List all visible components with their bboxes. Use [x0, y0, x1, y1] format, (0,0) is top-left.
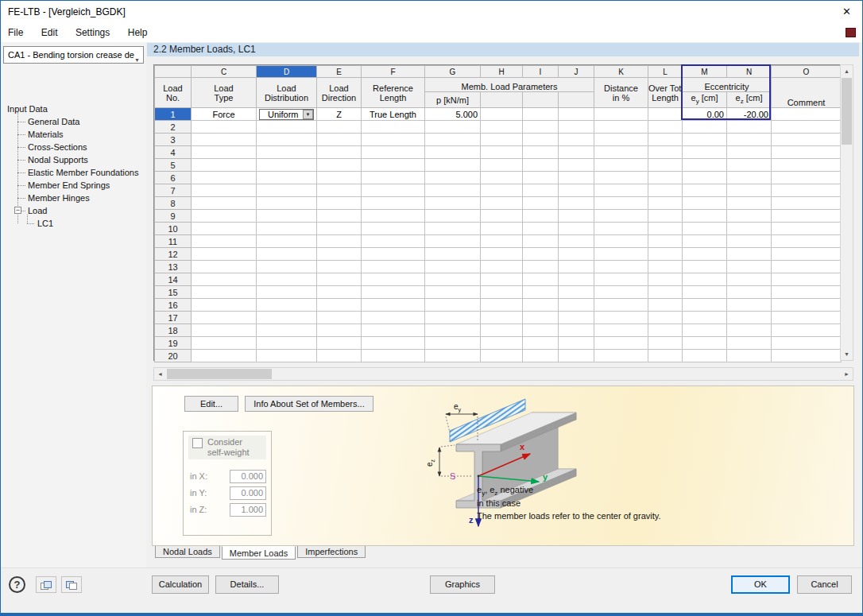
cell-H-4[interactable]	[481, 146, 523, 159]
cell-F-11[interactable]	[362, 235, 425, 248]
cell-G-9[interactable]	[425, 210, 481, 223]
row-number-7[interactable]: 7	[155, 184, 192, 197]
cell-D-20[interactable]	[257, 350, 317, 362]
cell-N-6[interactable]	[727, 172, 772, 184]
cell-L-16[interactable]	[648, 299, 683, 312]
cell-O-17[interactable]	[772, 312, 842, 324]
cell-I-11[interactable]	[523, 235, 559, 248]
header-eccentricity[interactable]: Eccentricity	[683, 78, 772, 92]
cell-J-14[interactable]	[559, 273, 594, 286]
cell-F-13[interactable]	[362, 261, 425, 273]
cell-I-17[interactable]	[523, 312, 559, 324]
cell-F-4[interactable]	[362, 146, 425, 159]
cell-E-11[interactable]	[317, 235, 362, 248]
load-distribution-combobox[interactable]: Uniform▼	[259, 109, 314, 120]
column-letter-G[interactable]: G	[425, 66, 481, 78]
cell-I-10[interactable]	[523, 223, 559, 235]
cell-M-3[interactable]	[683, 134, 727, 146]
cell-E-10[interactable]	[317, 223, 362, 235]
cell-F-5[interactable]	[362, 159, 425, 172]
cell-O-19[interactable]	[772, 337, 842, 350]
column-letter-K[interactable]: K	[594, 66, 648, 78]
row-number-13[interactable]: 13	[155, 261, 192, 273]
cell-E-1[interactable]: Z	[317, 108, 362, 121]
close-icon[interactable]: ✕	[842, 6, 851, 17]
cell-O-10[interactable]	[772, 223, 842, 235]
cell-G-14[interactable]	[425, 273, 481, 286]
cell-H-20[interactable]	[481, 350, 523, 362]
cell-G-1[interactable]: 5.000	[425, 108, 481, 121]
cell-H-6[interactable]	[481, 172, 523, 184]
cell-K-15[interactable]	[594, 286, 648, 299]
scroll-left-icon[interactable]: ◄	[154, 368, 166, 380]
cell-L-19[interactable]	[648, 337, 683, 350]
cell-H-11[interactable]	[481, 235, 523, 248]
cell-K-10[interactable]	[594, 223, 648, 235]
cell-N-2[interactable]	[727, 121, 772, 134]
cell-D-12[interactable]	[257, 248, 317, 261]
header-over-total-length[interactable]: Over TotalLength	[648, 78, 683, 108]
header-j[interactable]	[559, 92, 594, 108]
cell-F-12[interactable]	[362, 248, 425, 261]
cell-J-1[interactable]	[559, 108, 594, 121]
cell-L-8[interactable]	[648, 197, 683, 210]
details-button[interactable]: Details...	[215, 575, 279, 594]
cell-K-18[interactable]	[594, 324, 648, 337]
cell-D-15[interactable]	[257, 286, 317, 299]
header-i[interactable]	[523, 92, 559, 108]
cell-M-9[interactable]	[683, 210, 727, 223]
cell-G-7[interactable]	[425, 184, 481, 197]
row-number-9[interactable]: 9	[155, 210, 192, 223]
calculation-button[interactable]: Calculation	[152, 575, 209, 594]
tree-item-input-data[interactable]: Input Data	[1, 103, 146, 115]
cell-C-20[interactable]	[192, 350, 257, 362]
consider-self-weight-checkbox[interactable]	[192, 438, 203, 448]
cell-G-12[interactable]	[425, 248, 481, 261]
cell-H-8[interactable]	[481, 197, 523, 210]
cell-E-13[interactable]	[317, 261, 362, 273]
mdi-child-icon[interactable]	[846, 28, 856, 37]
cell-D-13[interactable]	[257, 261, 317, 273]
cell-G-13[interactable]	[425, 261, 481, 273]
cell-H-17[interactable]	[481, 312, 523, 324]
cell-I-3[interactable]	[523, 134, 559, 146]
column-letter-M[interactable]: M	[683, 66, 727, 78]
tab-imperfections[interactable]: Imperfections	[297, 546, 366, 558]
cell-J-20[interactable]	[559, 350, 594, 362]
cell-F-10[interactable]	[362, 223, 425, 235]
tree-item-nodal-supports[interactable]: Nodal Supports	[1, 153, 146, 166]
cell-H-19[interactable]	[481, 337, 523, 350]
cell-H-14[interactable]	[481, 273, 523, 286]
cell-M-1[interactable]: 0.00	[683, 108, 727, 121]
row-number-17[interactable]: 17	[155, 312, 192, 324]
cell-K-7[interactable]	[594, 184, 648, 197]
cell-J-5[interactable]	[559, 159, 594, 172]
cell-D-7[interactable]	[257, 184, 317, 197]
cell-D-11[interactable]	[257, 235, 317, 248]
cell-O-6[interactable]	[772, 172, 842, 184]
cell-I-4[interactable]	[523, 146, 559, 159]
cell-G-16[interactable]	[425, 299, 481, 312]
cell-J-18[interactable]	[559, 324, 594, 337]
header-ey[interactable]: ey [cm]	[683, 92, 727, 108]
horizontal-scroll-thumb[interactable]	[167, 369, 272, 379]
cell-D-1[interactable]: Uniform▼	[257, 108, 317, 121]
column-letter-C[interactable]: C	[192, 66, 257, 78]
cell-I-6[interactable]	[523, 172, 559, 184]
row-number-5[interactable]: 5	[155, 159, 192, 172]
cell-O-1[interactable]	[772, 108, 842, 121]
cell-I-14[interactable]	[523, 273, 559, 286]
cell-N-7[interactable]	[727, 184, 772, 197]
column-letter-E[interactable]: E	[317, 66, 362, 78]
cell-G-17[interactable]	[425, 312, 481, 324]
row-number-1[interactable]: 1	[155, 108, 192, 121]
header-h[interactable]	[481, 92, 523, 108]
cell-I-5[interactable]	[523, 159, 559, 172]
cell-D-18[interactable]	[257, 324, 317, 337]
column-letter-L[interactable]: L	[648, 66, 683, 78]
cell-L-20[interactable]	[648, 350, 683, 362]
cell-K-3[interactable]	[594, 134, 648, 146]
cell-C-1[interactable]: Force	[192, 108, 257, 121]
cell-C-14[interactable]	[192, 273, 257, 286]
cell-L-1[interactable]	[648, 108, 683, 121]
